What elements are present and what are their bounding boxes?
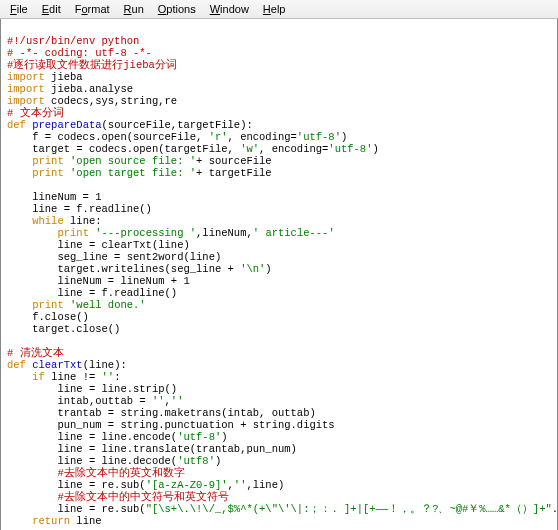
code-line: pun_num = string.punctuation + string.di… <box>7 419 335 431</box>
code-line: #去除文本中的中文符号和英文符号 <box>7 491 229 503</box>
code-line: line = re.sub("[\s+\.\!\/_,$%^*(+\"\'\|:… <box>7 503 558 515</box>
menu-help[interactable]: Help <box>257 2 292 16</box>
code-line: target.close() <box>7 323 120 335</box>
code-line: line = re.sub('[a-zA-Z0-9]','',line) <box>7 479 284 491</box>
menu-window[interactable]: Window <box>204 2 255 16</box>
code-line: target.writelines(seg_line + '\n') <box>7 263 272 275</box>
code-line: if line != '': <box>7 371 120 383</box>
code-line: def clearTxt(line): <box>7 359 127 371</box>
menu-file[interactable]: FFileile <box>4 2 34 16</box>
code-line: print 'open target file: '+ targetFile <box>7 167 272 179</box>
code-line: print '---processing ',lineNum,' article… <box>7 227 335 239</box>
code-line: line = line.decode('utf8') <box>7 455 221 467</box>
code-line: line = f.readline() <box>7 203 152 215</box>
code-line <box>7 335 13 347</box>
code-line: while line: <box>7 215 102 227</box>
code-line: line = clearTxt(line) <box>7 239 190 251</box>
code-line: line = f.readline() <box>7 287 177 299</box>
code-line: # 文本分词 <box>7 107 64 119</box>
code-line: def prepareData(sourceFile,targetFile): <box>7 119 253 131</box>
code-line: #逐行读取文件数据进行jieba分词 <box>7 59 177 71</box>
code-line: import jieba <box>7 71 83 83</box>
code-line: #去除文本中的英文和数字 <box>7 467 185 479</box>
code-line: line = line.translate(trantab,pun_num) <box>7 443 297 455</box>
code-line: #!/usr/bin/env python <box>7 35 139 47</box>
code-line: intab,outtab = '','' <box>7 395 183 407</box>
code-line: line = line.encode('utf-8') <box>7 431 228 443</box>
code-line: return line <box>7 515 102 527</box>
code-line: lineNum = lineNum + 1 <box>7 275 190 287</box>
menu-edit[interactable]: Edit <box>36 2 67 16</box>
code-line: print 'open source file: '+ sourceFile <box>7 155 272 167</box>
code-line: f.close() <box>7 311 89 323</box>
code-line: # 清洗文本 <box>7 347 64 359</box>
code-line: f = codecs.open(sourceFile, 'r', encodin… <box>7 131 347 143</box>
menubar: FFileile Edit Format Run Options Window … <box>0 0 558 19</box>
menu-format[interactable]: Format <box>69 2 116 16</box>
code-line: print 'well done.' <box>7 299 146 311</box>
code-line: # -*- coding: utf-8 -*- <box>7 47 152 59</box>
editor-area[interactable]: #!/usr/bin/env python # -*- coding: utf-… <box>0 19 558 530</box>
menu-run[interactable]: Run <box>118 2 150 16</box>
code-line: import jieba.analyse <box>7 83 133 95</box>
code-line: seg_line = sent2word(line) <box>7 251 221 263</box>
code-line: target = codecs.open(targetFile, 'w', en… <box>7 143 379 155</box>
code-line <box>7 179 13 191</box>
code-line: lineNum = 1 <box>7 191 102 203</box>
menu-options[interactable]: Options <box>152 2 202 16</box>
code-line: trantab = string.maketrans(intab, outtab… <box>7 407 316 419</box>
code-line: line = line.strip() <box>7 383 177 395</box>
code-line: import codecs,sys,string,re <box>7 95 177 107</box>
